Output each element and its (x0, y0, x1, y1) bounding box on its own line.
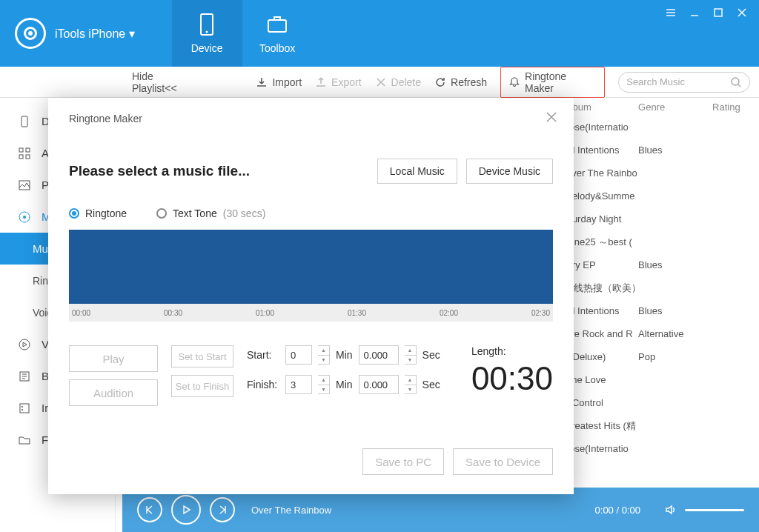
bell-icon (508, 76, 520, 88)
svg-rect-6 (21, 116, 27, 127)
info-icon (18, 402, 31, 415)
radio-text-tone[interactable]: Text Tone(30 secs) (156, 207, 265, 219)
finish-sec-spinner[interactable]: ▲▼ (405, 375, 417, 394)
svg-point-5 (732, 78, 739, 85)
logo-icon (15, 18, 46, 49)
refresh-icon (434, 76, 446, 88)
col-genre[interactable]: Genre (638, 102, 712, 113)
svg-rect-3 (274, 17, 280, 20)
set-to-finish-button[interactable]: Set to Finish (171, 375, 233, 397)
start-min-spinner[interactable]: ▲▼ (318, 345, 330, 365)
next-button[interactable] (210, 497, 235, 522)
books-icon (18, 370, 31, 383)
svg-point-18 (21, 409, 23, 410)
svg-rect-8 (26, 148, 30, 152)
maximize-icon[interactable] (713, 7, 723, 18)
hide-playlist-button[interactable]: Hide Playlist<< (132, 70, 200, 94)
header-tabs: Device Toolbox (172, 0, 313, 67)
play-audio-button[interactable]: Play (69, 345, 158, 372)
tab-toolbox[interactable]: Toolbox (242, 0, 313, 67)
svg-rect-10 (26, 155, 30, 159)
length-value: 00:30 (471, 360, 553, 397)
finish-min-input[interactable]: 3 (285, 375, 312, 394)
svg-rect-9 (19, 155, 23, 159)
photos-icon (18, 179, 31, 192)
modal-heading: Please select a music file... (69, 163, 250, 179)
col-album[interactable]: Album (564, 102, 638, 113)
minimize-icon[interactable] (689, 7, 700, 18)
start-sec-input[interactable]: 0.000 (359, 345, 399, 365)
logo-area: iTools iPhone ▾ (0, 0, 150, 67)
modal-close-button[interactable] (546, 111, 557, 123)
svg-point-17 (21, 406, 23, 408)
svg-point-1 (206, 31, 208, 33)
finish-sec-input[interactable]: 0.000 (359, 375, 399, 394)
app-header: iTools iPhone ▾ Device Toolbox (0, 0, 759, 67)
volume-icon (664, 503, 677, 516)
timeline: 00:0000:3001:0001:3002:0002:30 (69, 304, 553, 322)
local-music-button[interactable]: Local Music (377, 159, 457, 184)
start-label: Start: (247, 349, 279, 361)
player-track-title: Over The Rainbow (251, 505, 586, 516)
player-bar: Over The Rainbow 0:00 / 0:00 (122, 488, 759, 532)
window-controls (666, 0, 759, 67)
prev-button[interactable] (137, 497, 162, 522)
col-rating[interactable]: Rating (712, 102, 757, 113)
radio-ringtone[interactable]: Ringtone (69, 207, 127, 219)
finish-min-spinner[interactable]: ▲▼ (318, 375, 330, 394)
app-title[interactable]: iTools iPhone ▾ (55, 27, 135, 41)
videos-icon (18, 338, 31, 351)
svg-rect-7 (19, 148, 23, 152)
start-min-input[interactable]: 0 (285, 345, 312, 365)
toolbar: Hide Playlist<< Import Export Delete Ref… (0, 67, 759, 98)
start-sec-spinner[interactable]: ▲▼ (405, 345, 417, 365)
svg-point-14 (19, 339, 30, 350)
volume-slider[interactable] (685, 509, 744, 511)
delete-button[interactable]: Delete (375, 76, 421, 88)
search-icon (730, 76, 742, 88)
delete-icon (375, 76, 387, 88)
export-icon (315, 76, 327, 88)
player-time: 0:00 / 0:00 (595, 505, 640, 516)
play-button[interactable] (171, 495, 201, 525)
set-to-start-button[interactable]: Set to Start (171, 345, 233, 368)
device-icon (18, 115, 31, 128)
save-to-device-button[interactable]: Save to Device (453, 448, 553, 475)
close-icon[interactable] (737, 7, 747, 18)
finish-label: Finish: (247, 379, 279, 390)
refresh-button[interactable]: Refresh (434, 76, 487, 88)
svg-rect-16 (20, 404, 29, 413)
svg-rect-2 (268, 20, 286, 32)
length-label: Length: (471, 345, 553, 357)
tab-device[interactable]: Device (172, 0, 242, 67)
apps-icon (18, 147, 31, 160)
search-input[interactable]: Search Music (618, 72, 750, 93)
toolbox-tab-icon (265, 13, 289, 36)
save-to-pc-button[interactable]: Save to PC (362, 448, 444, 475)
volume-control[interactable] (664, 503, 744, 516)
svg-point-13 (23, 216, 26, 219)
ringtone-maker-modal: Ringtone Maker Please select a music fil… (48, 98, 574, 494)
tab-toolbox-label: Toolbox (259, 42, 295, 54)
export-button[interactable]: Export (315, 76, 361, 88)
import-button[interactable]: Import (256, 76, 302, 88)
ringtone-maker-button[interactable]: Ringtone Maker (500, 67, 605, 98)
files-icon (18, 433, 31, 447)
menu-icon[interactable] (666, 7, 676, 18)
audition-button[interactable]: Audition (69, 379, 158, 406)
device-tab-icon (195, 13, 219, 36)
music-icon (18, 210, 31, 224)
waveform-area[interactable] (69, 230, 553, 304)
tab-device-label: Device (191, 42, 223, 54)
import-icon (256, 76, 268, 88)
modal-title: Ringtone Maker (69, 113, 553, 124)
device-music-button[interactable]: Device Music (466, 159, 553, 184)
svg-rect-4 (715, 9, 722, 16)
